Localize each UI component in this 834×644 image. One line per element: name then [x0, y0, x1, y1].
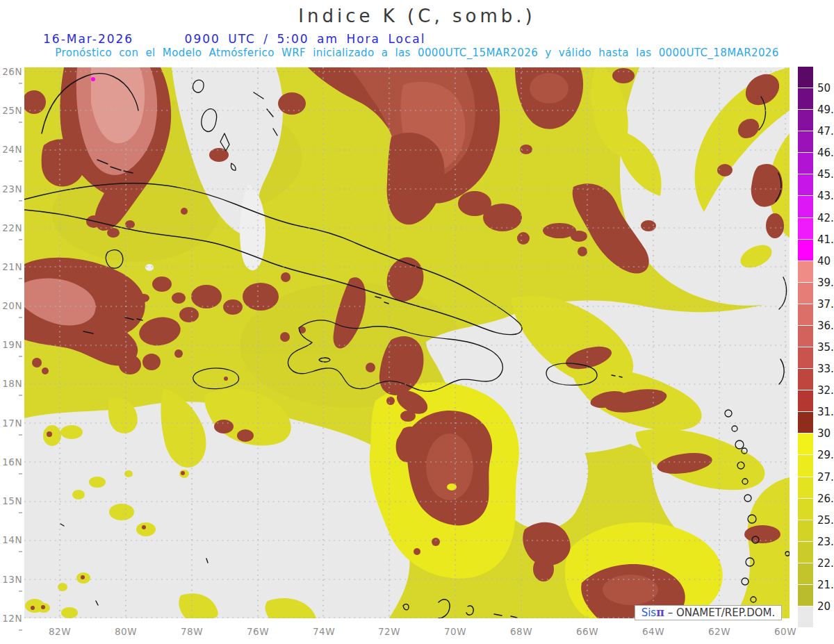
colorbar-segment — [798, 477, 813, 498]
lon-tick-label: 70W — [440, 626, 471, 637]
yellow-spot — [72, 490, 85, 499]
lat-tick-label: 20N — [1, 300, 22, 322]
k-cell — [107, 228, 120, 238]
k-speck — [41, 605, 45, 609]
k-speck — [224, 377, 228, 381]
colorbar-tick-label: 39.1 — [817, 277, 834, 288]
k-cell — [483, 204, 522, 231]
valid-time: 0900 UTC / 5:00 am Hora Local — [185, 32, 426, 46]
colorbar-tick-label: 50 — [817, 83, 831, 94]
colorbar-tick-label: 31.3 — [817, 406, 834, 418]
colorbar-tick-label: 33.9 — [817, 363, 834, 374]
watermark-box: Sisπ – ONAMET/REP.DOM. — [635, 605, 782, 620]
yellow-spot — [43, 425, 61, 446]
k-speck — [142, 525, 146, 529]
colorbar-segment — [798, 412, 813, 433]
colorbar-segment — [798, 153, 813, 174]
k-core-southeast — [603, 575, 658, 605]
k-cell — [214, 420, 234, 434]
lon-tick-label: 66W — [572, 626, 603, 637]
colorbar-tick-label: 25.2 — [817, 515, 834, 526]
k-cell — [172, 292, 186, 304]
colorbar-segment — [798, 218, 813, 239]
k-cell — [641, 220, 656, 231]
lat-tick-label: 24N — [1, 144, 22, 166]
k-cell — [386, 397, 395, 405]
k-cell — [174, 349, 183, 358]
k-cell — [533, 556, 554, 581]
k-cell — [119, 355, 141, 374]
colorbar-segment — [798, 240, 813, 261]
watermark-sis: Sis — [641, 606, 657, 619]
colorbar-tick-label: 35.2 — [817, 342, 834, 353]
colorbar-tick-label: 22.6 — [817, 558, 834, 569]
colorbar-tick-label: 30 — [817, 428, 831, 439]
watermark-text: – ONAMET/REP.DOM. — [664, 606, 775, 619]
k-cell — [280, 332, 290, 342]
lat-tick-label: 23N — [1, 183, 22, 206]
k-speck — [31, 606, 35, 610]
lat-tick-label: 13N — [1, 574, 22, 596]
page-title: Indice K (C, somb.) — [0, 6, 834, 26]
k-speck — [181, 471, 185, 475]
gray-speck-cuba — [145, 264, 154, 271]
k-cell — [223, 299, 243, 315]
colorbar-segment — [798, 304, 813, 325]
colorbar-segment — [798, 520, 813, 541]
k-cell — [181, 208, 188, 215]
colorbar-segment — [798, 196, 813, 217]
k-cell — [414, 548, 420, 555]
colorbar-segment — [798, 283, 813, 304]
k-cell — [191, 285, 222, 308]
k-core — [530, 73, 569, 104]
colorbar-tick-label: 41.3 — [817, 234, 834, 245]
colorbar-tick-label: 23.9 — [817, 536, 834, 547]
colorbar-tick-label: 47.8 — [817, 126, 834, 137]
colorbar-segment — [798, 261, 813, 282]
k-cell — [125, 220, 135, 229]
lon-tick-label: 78W — [177, 626, 207, 637]
valid-date: 16-Mar-2026 — [43, 32, 133, 46]
lon-tick-label: 82W — [44, 626, 75, 637]
watermark-pi-logo: π — [656, 606, 664, 619]
colorbar-segment — [798, 499, 813, 520]
k-cell — [142, 354, 161, 370]
forecast-subtitle: Pronóstico con el Modelo Atmósferico WRF… — [0, 47, 834, 59]
k-cell — [520, 145, 532, 154]
lat-tick-label: 15N — [1, 495, 22, 518]
lat-tick-label: 21N — [1, 261, 22, 283]
lat-tick-label: 26N — [1, 66, 22, 88]
colorbar-segment — [798, 110, 813, 131]
lat-tick-label: 12N — [1, 613, 22, 635]
yellow-spot — [60, 425, 83, 439]
lon-tick-label: 76W — [243, 626, 273, 637]
k-cell — [42, 368, 49, 374]
k-cell — [432, 538, 440, 546]
colorbar-segment — [798, 606, 813, 627]
colorbar-segment — [798, 88, 813, 109]
lat-tick-label: 18N — [1, 378, 22, 400]
colorbar-segment — [798, 174, 813, 195]
colorbar-tick-label: 26.5 — [817, 493, 834, 504]
valid-dateline: 16-Mar-2026 0900 UTC / 5:00 am Hora Loca… — [43, 32, 425, 46]
k-speck — [81, 575, 85, 579]
k-cell — [152, 276, 172, 292]
k-cell — [766, 213, 784, 238]
colorbar-segment — [798, 67, 813, 88]
k-index-map — [24, 67, 790, 618]
k-cell — [179, 307, 199, 322]
colorbar-segment — [798, 563, 813, 584]
colorbar-segment — [798, 131, 813, 152]
yellow-spot — [61, 607, 78, 618]
k-speck — [47, 431, 52, 437]
colorbar-segment — [798, 390, 813, 411]
colorbar-segment — [798, 585, 813, 606]
lon-tick-label: 80W — [111, 626, 141, 637]
colorbar-tick-label: 37.8 — [817, 299, 834, 310]
lat-tick-label: 25N — [1, 105, 22, 127]
yellow-spot — [58, 583, 67, 591]
k-core-south-central — [426, 434, 473, 500]
colorbar-tick-label: 32.6 — [817, 385, 834, 396]
colorbar-tick-label: 43.9 — [817, 190, 834, 201]
lon-tick-label: 74W — [309, 626, 339, 637]
